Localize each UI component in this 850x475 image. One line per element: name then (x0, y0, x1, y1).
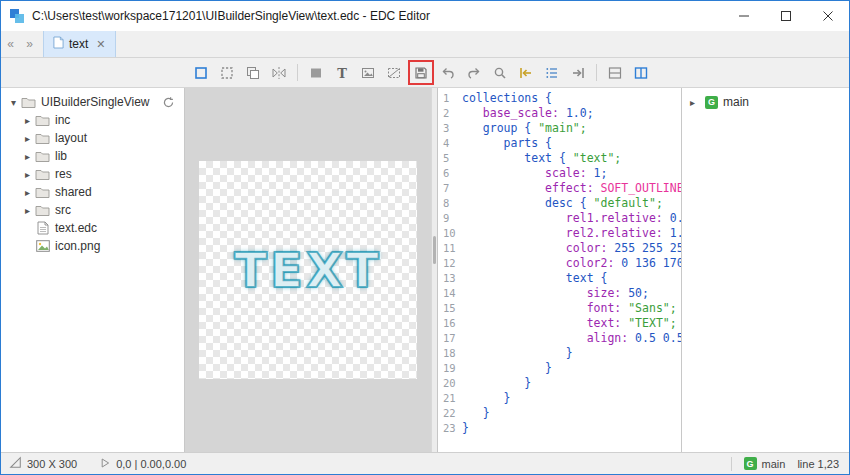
window-title: C:\Users\test\workspace171201\UIBuilderS… (32, 9, 723, 23)
tree-item-inc[interactable]: ▸inc (1, 111, 184, 129)
horizontal-layout-button[interactable] (603, 61, 627, 85)
duplicate-button[interactable] (241, 61, 265, 85)
tree-item-icon-png[interactable]: icon.png (1, 237, 184, 255)
canvas-checker-area[interactable]: TEXT (199, 161, 417, 379)
code-line[interactable]: 17 align: 0.5 0.5; (438, 331, 681, 346)
expander-icon[interactable]: ▸ (21, 205, 34, 216)
code-line[interactable]: 14 size: 50; (438, 286, 681, 301)
current-group-status: G main (744, 457, 786, 470)
tree-item-src[interactable]: ▸src (1, 201, 184, 219)
toolbar-separator (596, 64, 597, 81)
code-line[interactable]: 7 effect: SOFT_OUTLINE; (438, 181, 681, 196)
panel-splitter[interactable] (431, 88, 438, 452)
line-number: 14 (438, 286, 462, 301)
code-line[interactable]: 9 rel1.relative: 0.0 0.0; (438, 211, 681, 226)
chevron-right-icon[interactable]: ▸ (690, 97, 700, 108)
code-line[interactable]: 1collections { (438, 91, 681, 106)
code-line[interactable]: 22 } (438, 406, 681, 421)
refresh-icon[interactable] (162, 96, 175, 109)
group-tree-item-main[interactable]: ▸ G main (690, 95, 849, 109)
find-button[interactable] (488, 61, 512, 85)
text-part-button[interactable]: T (330, 61, 354, 85)
line-number: 15 (438, 301, 462, 316)
code-line[interactable]: 11 color: 255 255 255 255; (438, 241, 681, 256)
expander-icon[interactable]: ▸ (21, 133, 34, 144)
line-number: 20 (438, 376, 462, 391)
line-number: 6 (438, 166, 462, 181)
mirror-button[interactable] (267, 61, 291, 85)
nav-back-icon[interactable]: « (1, 31, 20, 57)
code-line[interactable]: 8 desc { "default"; (438, 196, 681, 211)
status-separator (731, 457, 732, 471)
code-line[interactable]: 13 text { (438, 271, 681, 286)
file-tree[interactable]: ▾UIBuilderSingleView▸inc▸layout▸lib▸res▸… (1, 88, 185, 452)
code-line[interactable]: 4 parts { (438, 136, 681, 151)
code-line[interactable]: 19 } (438, 361, 681, 376)
code-line[interactable]: 15 font: "Sans"; (438, 301, 681, 316)
close-button[interactable] (807, 1, 849, 31)
code-text: } (462, 346, 573, 361)
folder-icon (20, 95, 37, 110)
rubber-band-select-button[interactable] (215, 61, 239, 85)
tree-item-text-edc[interactable]: text.edc (1, 219, 184, 237)
tree-item-layout[interactable]: ▸layout (1, 129, 184, 147)
redo-button[interactable] (462, 61, 486, 85)
splitter-handle-icon[interactable] (433, 236, 436, 264)
folder-icon (34, 185, 51, 200)
tree-item-uibuildersingleview[interactable]: ▾UIBuilderSingleView (1, 93, 184, 111)
tree-item-label: icon.png (55, 239, 100, 253)
code-line[interactable]: 16 text: "TEXT"; (438, 316, 681, 331)
line-numbers-button[interactable] (540, 61, 564, 85)
spacer-part-button[interactable] (382, 61, 406, 85)
tree-item-label: UIBuilderSingleView (41, 95, 150, 109)
code-text: font: "Sans"; (462, 301, 677, 316)
code-text: text { "text"; (462, 151, 621, 166)
undo-button[interactable] (436, 61, 460, 85)
nav-forward-icon[interactable]: » (20, 31, 39, 57)
code-line[interactable]: 23} (438, 421, 681, 436)
tree-item-label: res (55, 167, 72, 181)
goto-line-button[interactable] (514, 61, 538, 85)
code-editor[interactable]: 1collections {2 base_scale: 1.0;3 group … (438, 88, 681, 452)
tree-item-shared[interactable]: ▸shared (1, 183, 184, 201)
expander-icon[interactable]: ▸ (21, 187, 34, 198)
tab-label: text (69, 37, 88, 51)
select-tool-button[interactable] (189, 61, 213, 85)
window-controls (723, 1, 849, 31)
canvas-text-preview: TEXT (234, 242, 381, 298)
line-number: 5 (438, 151, 462, 166)
expander-icon[interactable]: ▾ (7, 97, 20, 108)
code-line[interactable]: 10 rel2.relative: 1.0 1.0; (438, 226, 681, 241)
tree-item-res[interactable]: ▸res (1, 165, 184, 183)
folder-icon (34, 131, 51, 146)
tree-item-label: layout (55, 131, 87, 145)
code-line[interactable]: 2 base_scale: 1.0; (438, 106, 681, 121)
code-line[interactable]: 12 color2: 0 136 170 100; (438, 256, 681, 271)
code-line[interactable]: 3 group { "main"; (438, 121, 681, 136)
group-tree-panel: ▸ G main (681, 88, 849, 452)
code-line[interactable]: 6 scale: 1; (438, 166, 681, 181)
expander-icon[interactable]: ▸ (21, 151, 34, 162)
code-line[interactable]: 20 } (438, 376, 681, 391)
save-button[interactable] (410, 62, 432, 83)
indent-button[interactable] (566, 61, 590, 85)
tab-text[interactable]: text ✕ (43, 31, 116, 57)
rect-part-button[interactable] (304, 61, 328, 85)
tree-item-label: text.edc (55, 221, 97, 235)
code-text: parts { (462, 136, 552, 151)
canvas-panel[interactable]: TEXT (185, 88, 431, 452)
code-line[interactable]: 21 } (438, 391, 681, 406)
expander-icon[interactable]: ▸ (21, 115, 34, 126)
maximize-button[interactable] (765, 1, 807, 31)
line-number: 11 (438, 241, 462, 256)
code-line[interactable]: 5 text { "text"; (438, 151, 681, 166)
tab-close-icon[interactable]: ✕ (96, 38, 105, 51)
code-line[interactable]: 18 } (438, 346, 681, 361)
minimize-button[interactable] (723, 1, 765, 31)
tree-item-lib[interactable]: ▸lib (1, 147, 184, 165)
image-part-button[interactable] (356, 61, 380, 85)
vertical-layout-button[interactable] (629, 61, 653, 85)
expander-icon[interactable]: ▸ (21, 169, 34, 180)
edc-editor-window: C:\Users\test\workspace171201\UIBuilderS… (0, 0, 850, 475)
line-number: 17 (438, 331, 462, 346)
